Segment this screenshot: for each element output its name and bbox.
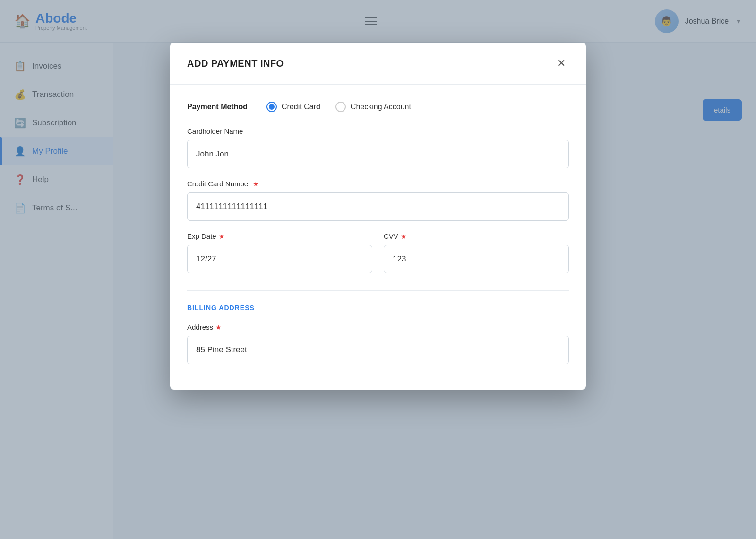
cardholder-name-label: Cardholder Name (187, 127, 569, 135)
cardholder-name-field: Cardholder Name (187, 127, 569, 168)
exp-date-input[interactable] (187, 245, 372, 273)
required-star-exp: ★ (219, 233, 225, 240)
modal-title: ADD PAYMENT INFO (187, 58, 284, 69)
payment-method-label: Payment Method (187, 103, 248, 111)
cvv-field: CVV ★ (384, 232, 569, 273)
payment-method-options: Credit Card Checking Account (266, 102, 411, 112)
radio-checking-account-label: Checking Account (351, 103, 411, 111)
cvv-label: CVV ★ (384, 232, 569, 240)
address-field: Address ★ (187, 323, 569, 364)
payment-method-row: Payment Method Credit Card Checking Acco… (187, 102, 569, 112)
credit-card-number-label: Credit Card Number ★ (187, 180, 569, 188)
modal-body: Payment Method Credit Card Checking Acco… (170, 85, 586, 390)
address-label: Address ★ (187, 323, 569, 331)
radio-checking-account[interactable]: Checking Account (335, 102, 411, 112)
credit-card-number-field: Credit Card Number ★ (187, 180, 569, 221)
exp-date-field: Exp Date ★ (187, 232, 372, 273)
radio-credit-card-label: Credit Card (282, 103, 320, 111)
section-divider (187, 290, 569, 291)
modal-header: ADD PAYMENT INFO ✕ (170, 43, 586, 85)
billing-address-title: BILLING ADDRESS (187, 304, 569, 312)
required-star-address: ★ (215, 323, 222, 331)
address-input[interactable] (187, 336, 569, 364)
exp-cvv-row: Exp Date ★ CVV ★ (187, 232, 569, 285)
required-star-cvv: ★ (401, 233, 407, 240)
cvv-input[interactable] (384, 245, 569, 273)
radio-checking-account-circle (335, 102, 346, 112)
cardholder-name-input[interactable] (187, 140, 569, 168)
radio-credit-card-circle (266, 102, 277, 112)
required-star: ★ (253, 180, 259, 188)
radio-credit-card[interactable]: Credit Card (266, 102, 320, 112)
modal-close-button[interactable]: ✕ (554, 56, 569, 71)
exp-date-label: Exp Date ★ (187, 232, 372, 240)
credit-card-number-input[interactable] (187, 192, 569, 221)
add-payment-modal: ADD PAYMENT INFO ✕ Payment Method Credit… (170, 43, 586, 390)
